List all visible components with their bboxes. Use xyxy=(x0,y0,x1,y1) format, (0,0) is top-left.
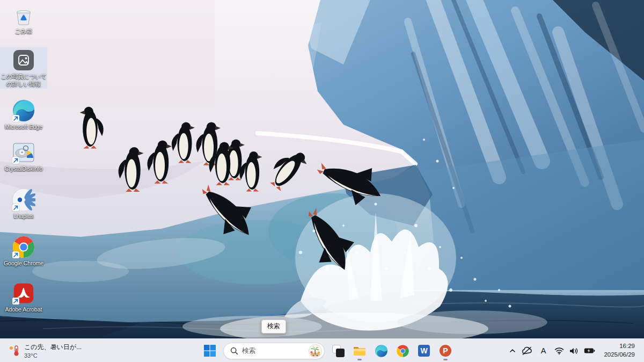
weather-title: この先、暑い日が... xyxy=(24,343,82,352)
edge-icon xyxy=(12,99,35,122)
icon-label: Adobe Acrobat xyxy=(5,306,42,314)
weather-widget-button[interactable]: この先、暑い日が... 33°C xyxy=(3,339,87,362)
weather-temperature: 33°C xyxy=(24,352,82,359)
icon-label: CrystalDiskInfo xyxy=(5,165,43,173)
task-view-button[interactable] xyxy=(328,340,348,361)
desktop-icon-crystaldiskinfo[interactable]: CrystalDiskInfo xyxy=(0,140,47,174)
icon-label: Microsoft Edge xyxy=(5,124,42,131)
word-icon: W xyxy=(418,344,430,357)
network-tray-button[interactable] xyxy=(552,341,567,360)
shortcut-arrow-icon xyxy=(12,157,19,164)
picture-info-icon xyxy=(12,48,35,72)
svg-text:W: W xyxy=(420,346,428,355)
thermometer-icon xyxy=(9,344,20,357)
chrome-taskbar-button[interactable] xyxy=(392,340,413,361)
shortcut-arrow-icon xyxy=(12,298,19,305)
shortcut-arrow-icon xyxy=(12,204,19,211)
windows-logo-icon xyxy=(203,344,216,357)
clock-tray-button[interactable]: 16:29 2025/06/29 xyxy=(598,341,642,360)
task-view-icon xyxy=(332,344,345,358)
wifi-icon xyxy=(554,347,564,354)
powerpoint-taskbar-button[interactable]: P xyxy=(435,340,456,361)
taskbar-search-box[interactable] xyxy=(223,343,325,359)
icon-label: この写真についての詳しい情報 xyxy=(1,73,47,88)
shortcut-arrow-icon xyxy=(12,251,19,258)
shortcut-arrow-icon xyxy=(12,115,19,122)
recycle-bin-icon xyxy=(12,3,35,27)
running-indicator xyxy=(443,359,448,360)
system-tray: A 16:29 2025/06/29 xyxy=(506,339,642,362)
wallpaper-penguins xyxy=(0,0,644,338)
search-highlight-image xyxy=(309,344,322,358)
file-explorer-button[interactable] xyxy=(349,340,370,361)
desktop-icon-google-chrome[interactable]: Google Chrome xyxy=(0,234,47,269)
desktop-icon-adobe-acrobat[interactable]: Adobe Acrobat xyxy=(0,280,47,315)
cloud-off-icon xyxy=(522,346,532,355)
tray-chevron-button[interactable] xyxy=(506,341,519,360)
icon-label: Lhaplus xyxy=(14,213,34,220)
ime-mode-indicator: A xyxy=(538,346,550,355)
running-indicator xyxy=(357,359,362,360)
search-icon xyxy=(230,347,238,355)
file-explorer-icon xyxy=(353,344,367,357)
word-taskbar-button[interactable]: W xyxy=(414,340,434,361)
desktop-icon-lhaplus[interactable]: Lhaplus xyxy=(0,187,47,221)
desktop-icon-recycle-bin[interactable]: ごみ箱 xyxy=(0,2,47,37)
taskbar: この先、暑い日が... 33°C xyxy=(0,338,644,362)
lhaplus-icon xyxy=(12,188,35,212)
desktop-icon-microsoft-edge[interactable]: Microsoft Edge xyxy=(0,98,47,132)
edge-taskbar-button[interactable] xyxy=(371,340,391,361)
battery-tray-button[interactable] xyxy=(581,341,598,360)
crystaldiskinfo-icon xyxy=(12,141,35,164)
search-input[interactable] xyxy=(242,347,309,354)
battery-icon xyxy=(584,347,595,354)
svg-text:P: P xyxy=(443,346,448,355)
onedrive-tray-button[interactable] xyxy=(519,341,535,360)
desktop: ごみ箱 この写真についての詳しい情報 M xyxy=(0,0,644,362)
edge-icon xyxy=(375,344,388,358)
tray-time: 16:29 xyxy=(604,342,635,351)
speaker-icon xyxy=(569,347,579,355)
ime-mode-button[interactable]: A xyxy=(535,341,552,360)
chrome-icon xyxy=(396,344,409,358)
chrome-icon xyxy=(12,235,35,259)
acrobat-icon xyxy=(12,281,35,305)
desktop-icon-spotlight-info[interactable]: この写真についての詳しい情報 xyxy=(0,47,47,89)
search-tooltip: 検索 xyxy=(261,320,286,334)
chevron-up-icon xyxy=(509,347,516,354)
powerpoint-icon: P xyxy=(439,344,452,357)
icon-label: ごみ箱 xyxy=(15,28,32,35)
volume-tray-button[interactable] xyxy=(567,341,581,360)
start-button[interactable] xyxy=(200,340,220,361)
tray-date: 2025/06/29 xyxy=(604,351,635,359)
taskbar-center: W P xyxy=(199,339,456,362)
icon-label: Google Chrome xyxy=(4,260,43,267)
